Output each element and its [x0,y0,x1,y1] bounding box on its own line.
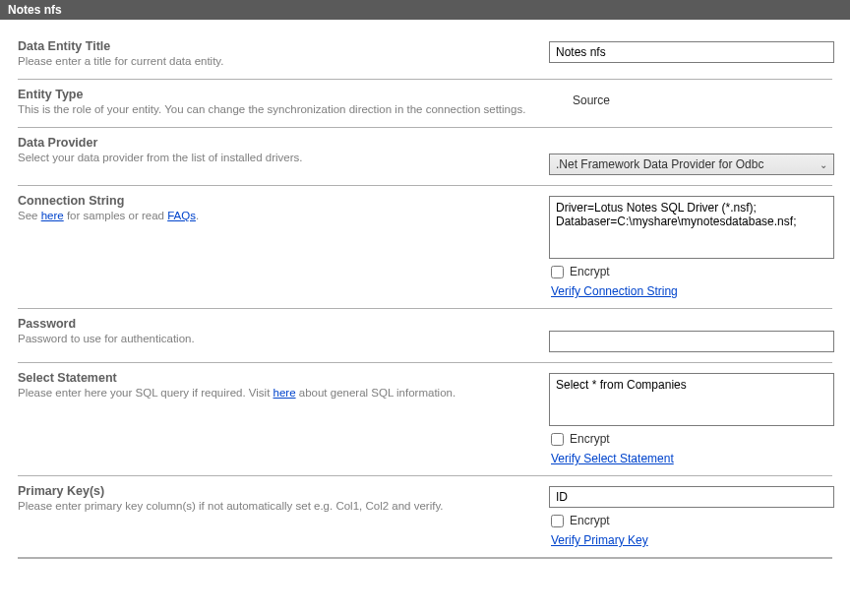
window-titlebar: Notes nfs [0,0,850,20]
password-right [549,317,834,352]
select-desc: Please enter here your SQL query if requ… [18,385,533,400]
row-title-right [549,39,834,63]
title-input[interactable] [549,41,834,63]
select-left: Select Statement Please enter here your … [18,371,549,400]
conn-here-link[interactable]: here [41,210,64,221]
row-entity-type: Entity Type This is the role of your ent… [18,80,832,128]
select-label: Select Statement [18,371,533,385]
connection-string-right: Encrypt Verify Connection String [549,194,834,298]
primary-key-input[interactable] [549,486,834,508]
entity-type-left: Entity Type This is the role of your ent… [18,88,549,117]
pk-left: Primary Key(s) Please enter primary key … [18,484,549,514]
data-provider-dropdown[interactable]: .Net Framework Data Provider for Odbc ⌄ [549,154,834,175]
select-statement-input[interactable] [549,373,834,426]
row-title-left: Data Entity Title Please enter a title f… [18,39,549,69]
data-provider-desc: Select your data provider from the list … [18,150,533,165]
row-connection-string: Connection String See here for samples o… [18,186,832,309]
data-provider-selected: .Net Framework Data Provider for Odbc [556,157,763,171]
password-input[interactable] [549,331,834,352]
title-desc: Please enter a title for current data en… [18,53,533,69]
connection-string-input[interactable] [549,196,834,259]
pk-label: Primary Key(s) [18,484,533,498]
entity-type-right: Source [549,88,832,107]
data-provider-right: .Net Framework Data Provider for Odbc ⌄ [549,136,834,175]
row-primary-key: Primary Key(s) Please enter primary key … [18,476,832,559]
window-title: Notes nfs [8,3,62,17]
row-title: Data Entity Title Please enter a title f… [18,31,832,80]
select-encrypt-label: Encrypt [570,432,610,446]
verify-connection-link[interactable]: Verify Connection String [549,284,834,298]
chevron-down-icon: ⌄ [820,159,827,170]
select-encrypt-checkbox[interactable] [551,433,564,446]
connection-string-label: Connection String [18,194,533,208]
conn-encrypt-checkbox[interactable] [551,266,564,278]
verify-select-link[interactable]: Verify Select Statement [549,452,834,465]
pk-encrypt-checkbox[interactable] [551,515,564,527]
row-select-statement: Select Statement Please enter here your … [18,363,832,476]
pk-right: Encrypt Verify Primary Key [549,484,834,547]
pk-desc: Please enter primary key column(s) if no… [18,498,533,514]
entity-type-desc: This is the role of your entity. You can… [18,101,533,117]
conn-faqs-link[interactable]: FAQs [167,210,196,221]
pk-encrypt-line[interactable]: Encrypt [549,514,834,527]
password-label: Password [18,317,533,331]
select-encrypt-line[interactable]: Encrypt [549,432,834,446]
connection-string-desc: See here for samples or read FAQs. [18,208,533,223]
select-here-link[interactable]: here [273,387,296,399]
connection-string-left: Connection String See here for samples o… [18,194,549,223]
title-label: Data Entity Title [18,39,533,53]
pk-encrypt-label: Encrypt [570,514,610,527]
conn-encrypt-label: Encrypt [570,265,610,278]
password-left: Password Password to use for authenticat… [18,317,549,346]
entity-type-label: Entity Type [18,88,533,101]
conn-encrypt-line[interactable]: Encrypt [549,265,834,278]
data-provider-label: Data Provider [18,136,533,150]
password-desc: Password to use for authentication. [18,331,533,346]
entity-type-value: Source [549,90,832,107]
data-provider-left: Data Provider Select your data provider … [18,136,549,165]
row-data-provider: Data Provider Select your data provider … [18,128,832,186]
form-content: Data Entity Title Please enter a title f… [0,20,850,563]
select-right: Encrypt Verify Select Statement [549,371,834,465]
row-password: Password Password to use for authenticat… [18,309,832,363]
verify-pk-link[interactable]: Verify Primary Key [549,533,834,547]
